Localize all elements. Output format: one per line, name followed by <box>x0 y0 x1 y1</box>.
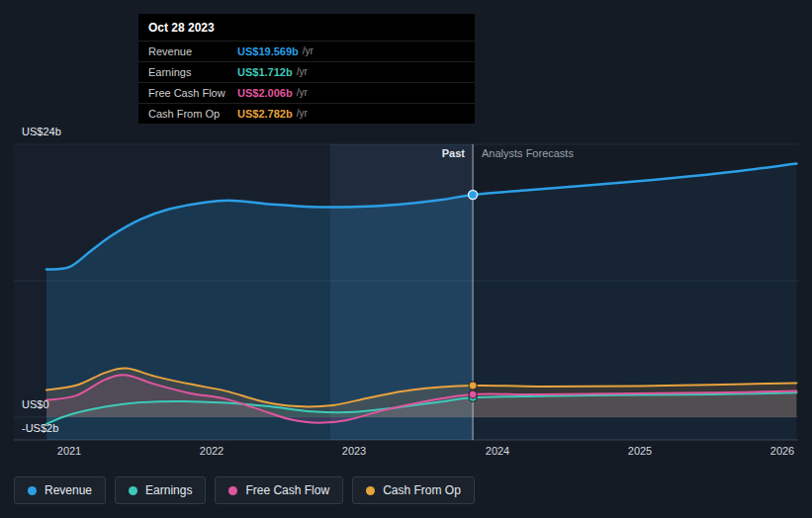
tooltip-row-cash-from-op: Cash From Op US$2.782b /yr <box>138 103 475 124</box>
chart-tooltip: Oct 28 2023 Revenue US$19.569b /yr Earni… <box>138 14 475 124</box>
analysts-forecasts-label: Analysts Forecasts <box>482 147 574 159</box>
legend-earnings-dot <box>129 486 137 495</box>
tooltip-cashop-value: US$2.782b <box>237 107 293 121</box>
tooltip-revenue-value: US$19.569b <box>237 44 299 58</box>
tooltip-fcf-value: US$2.006b <box>237 86 293 100</box>
legend-earnings-label: Earnings <box>145 483 192 497</box>
tooltip-fcf-label: Free Cash Flow <box>148 86 237 100</box>
free-cash-flow-marker[interactable] <box>469 390 477 398</box>
tooltip-date: Oct 28 2023 <box>138 14 475 41</box>
cash-from-op-marker[interactable] <box>469 382 477 389</box>
x-axis-label-2021: 2021 <box>57 445 81 457</box>
tooltip-row-free-cash-flow: Free Cash Flow US$2.006b /yr <box>138 82 475 103</box>
legend-cashop-label: Cash From Op <box>383 483 461 497</box>
tooltip-earnings-label: Earnings <box>148 65 237 79</box>
tooltip-row-earnings: Earnings US$1.712b /yr <box>138 61 475 82</box>
tooltip-cashop-suffix: /yr <box>297 107 308 121</box>
legend-cash-from-op[interactable]: Cash From Op <box>352 476 475 504</box>
x-axis-label-2025: 2025 <box>628 445 652 457</box>
x-axis-label-2024: 2024 <box>486 445 509 457</box>
tooltip-earnings-value: US$1.712b <box>237 65 293 79</box>
legend-cashop-dot <box>366 486 375 495</box>
y-axis-label-24b: US$24b <box>22 126 61 137</box>
legend-revenue-dot <box>28 486 37 495</box>
x-axis-label-2026: 2026 <box>770 445 794 457</box>
tooltip-earnings-suffix: /yr <box>297 65 308 79</box>
tooltip-revenue-label: Revenue <box>148 44 237 58</box>
legend-fcf-label: Free Cash Flow <box>245 483 329 497</box>
tooltip-cashop-label: Cash From Op <box>148 107 237 121</box>
tooltip-row-revenue: Revenue US$19.569b /yr <box>138 41 475 61</box>
legend-revenue-label: Revenue <box>45 483 92 497</box>
x-axis-label-2022: 2022 <box>200 445 224 457</box>
chart-legend: Revenue Earnings Free Cash Flow Cash Fro… <box>14 476 475 504</box>
x-axis-label-2023: 2023 <box>342 445 366 457</box>
revenue-marker[interactable] <box>469 190 478 199</box>
legend-fcf-dot <box>228 486 237 495</box>
tooltip-fcf-suffix: /yr <box>297 86 308 100</box>
past-label: Past <box>381 147 465 159</box>
legend-free-cash-flow[interactable]: Free Cash Flow <box>215 476 343 504</box>
legend-revenue[interactable]: Revenue <box>14 476 106 504</box>
y-axis-label-neg2b: -US$2b <box>22 422 58 434</box>
legend-earnings[interactable]: Earnings <box>115 476 206 504</box>
earnings-revenue-chart-panel: US$24b US$0 -US$2b 2021 2022 2023 2024 2… <box>0 0 812 518</box>
tooltip-revenue-suffix: /yr <box>303 44 314 58</box>
y-axis-label-zero: US$0 <box>22 398 49 410</box>
